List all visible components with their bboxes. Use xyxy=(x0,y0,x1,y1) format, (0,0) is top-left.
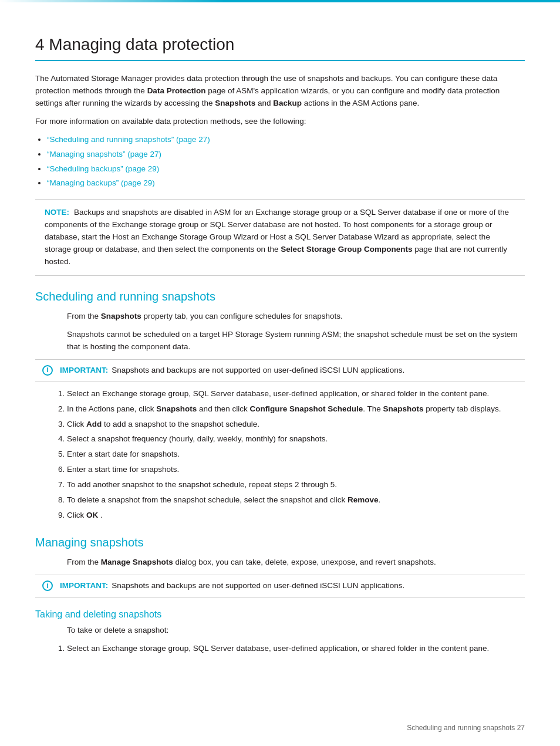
taking-steps: Select an Exchange storage group, SQL Se… xyxy=(67,643,525,655)
note-label: NOTE: xyxy=(45,208,69,217)
toc-link-2[interactable]: “Managing snapshots” (page 27) xyxy=(47,150,161,158)
list-item: “Managing snapshots” (page 27) xyxy=(47,148,525,161)
section-heading-taking: Taking and deleting snapshots xyxy=(35,609,525,620)
note-box: NOTE:Backups and snapshots are disabled … xyxy=(35,199,525,276)
important-label: IMPORTANT: xyxy=(60,366,108,374)
note-bold: Select Storage Group Components xyxy=(281,245,412,254)
footer: Scheduling and running snapshots 27 xyxy=(0,724,560,732)
list-item: “Scheduling backups” (page 29) xyxy=(47,163,525,175)
managing-important-label: IMPORTANT: xyxy=(60,581,108,590)
scheduling-para-2: Snapshots cannot be scheduled on a targe… xyxy=(67,329,525,353)
list-item: Click OK . xyxy=(67,509,525,522)
chapter-title: 4 Managing data protection xyxy=(35,35,525,61)
toc-link-4[interactable]: “Managing backups” (page 29) xyxy=(47,178,155,187)
section-scheduling: Scheduling and running snapshots From th… xyxy=(35,290,525,522)
list-item: “Scheduling and running snapshots” (page… xyxy=(47,134,525,146)
toc-link-3[interactable]: “Scheduling backups” (page 29) xyxy=(47,164,159,173)
toc-links: “Scheduling and running snapshots” (page… xyxy=(47,134,525,190)
intro-para-2: For more information on available data p… xyxy=(35,116,525,128)
important-icon: i xyxy=(42,365,53,376)
top-accent-bar xyxy=(0,0,560,2)
list-item: “Managing backups” (page 29) xyxy=(47,177,525,190)
scheduling-important-box: i IMPORTANT:Snapshots and backups are no… xyxy=(35,359,525,382)
toc-link-1[interactable]: “Scheduling and running snapshots” (page… xyxy=(47,135,210,144)
list-item: Enter a start date for snapshots. xyxy=(67,448,525,461)
scheduling-para-1: From the Snapshots property tab, you can… xyxy=(67,310,525,323)
section-heading-scheduling: Scheduling and running snapshots xyxy=(35,290,525,303)
important-text: Snapshots and backups are not supported … xyxy=(112,366,404,374)
scheduling-steps: Select an Exchange storage group, SQL Se… xyxy=(67,388,525,522)
taking-para-1: To take or delete a snapshot: xyxy=(67,625,525,637)
important-text-container: IMPORTANT:Snapshots and backups are not … xyxy=(60,364,518,377)
list-item: Select an Exchange storage group, SQL Se… xyxy=(67,643,525,655)
footer-text: Scheduling and running snapshots 27 xyxy=(407,724,525,732)
list-item: Select an Exchange storage group, SQL Se… xyxy=(67,388,525,400)
page: 4 Managing data protection The Automated… xyxy=(0,0,560,746)
list-item: Enter a start time for snapshots. xyxy=(67,464,525,476)
section-taking: Taking and deleting snapshots To take or… xyxy=(35,609,525,655)
section-managing: Managing snapshots From the Manage Snaps… xyxy=(35,536,525,598)
managing-para-1: From the Manage Snapshots dialog box, yo… xyxy=(67,556,525,569)
list-item: To add another snapshot to the snapshot … xyxy=(67,479,525,491)
important-icon-2: i xyxy=(42,580,53,591)
section-heading-managing: Managing snapshots xyxy=(35,536,525,549)
list-item: In the Actions pane, click Snapshots and… xyxy=(67,403,525,416)
managing-important-body: Snapshots and backups are not supported … xyxy=(112,581,404,590)
managing-important-text: IMPORTANT:Snapshots and backups are not … xyxy=(60,580,518,592)
list-item: Select a snapshot frequency (hourly, dai… xyxy=(67,433,525,445)
list-item: Click Add to add a snapshot to the snaps… xyxy=(67,418,525,431)
managing-important-box: i IMPORTANT:Snapshots and backups are no… xyxy=(35,575,525,598)
intro-para-1: The Automated Storage Manager provides d… xyxy=(35,73,525,110)
list-item: To delete a snapshot from the snapshot s… xyxy=(67,494,525,507)
